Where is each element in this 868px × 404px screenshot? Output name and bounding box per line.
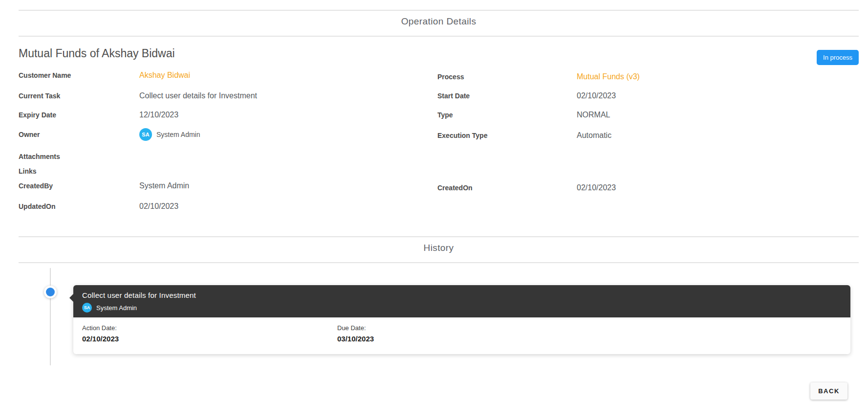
owner-avatar: SA xyxy=(139,128,152,141)
status-badge: In process xyxy=(817,50,859,65)
field-value: System Admin xyxy=(139,181,189,190)
history-user: SA System Admin xyxy=(82,303,842,313)
field-label: Customer Name xyxy=(19,71,139,79)
history-card-notch xyxy=(69,294,73,302)
field-label: Attachments xyxy=(19,153,139,160)
page-title: Operation Details xyxy=(19,16,859,27)
field-row-process: Process Mutual Funds (v3) xyxy=(437,72,640,81)
due-date-value: 03/10/2023 xyxy=(337,335,374,343)
history-card-header: Collect user details for Investment SA S… xyxy=(73,285,850,317)
field-row-start-date: Start Date 02/10/2023 xyxy=(437,91,616,100)
divider xyxy=(19,10,859,11)
timeline-dot-icon xyxy=(44,286,57,298)
field-row-created-on: CreatedOn 02/10/2023 xyxy=(437,183,616,192)
field-value: 02/10/2023 xyxy=(577,183,616,192)
field-row-current-task: Current Task Collect user details for In… xyxy=(19,91,257,100)
history-user-name: System Admin xyxy=(96,304,137,312)
field-label: CreatedOn xyxy=(437,184,577,192)
history-user-avatar: SA xyxy=(82,303,92,313)
field-label: Expiry Date xyxy=(19,111,139,119)
timeline-line xyxy=(50,268,51,365)
owner-name: System Admin xyxy=(156,131,200,138)
field-value: 02/10/2023 xyxy=(139,202,178,211)
field-row-expiry-date: Expiry Date 12/10/2023 xyxy=(19,111,178,119)
field-value: Automatic xyxy=(577,131,611,140)
field-label: Process xyxy=(437,73,577,81)
field-value: 02/10/2023 xyxy=(577,91,616,100)
field-row-updated-on: UpdatedOn 02/10/2023 xyxy=(19,202,178,211)
field-row-owner: Owner SA System Admin xyxy=(19,128,200,141)
field-label: Execution Type xyxy=(437,132,577,139)
history-task-title: Collect user details for Investment xyxy=(82,291,842,299)
divider xyxy=(19,36,859,37)
owner-value: SA System Admin xyxy=(139,128,200,141)
process-link[interactable]: Mutual Funds (v3) xyxy=(577,72,640,81)
field-value: 12/10/2023 xyxy=(139,111,178,119)
operation-details-page: Operation Details Mutual Funds of Akshay… xyxy=(0,0,868,404)
action-date-block: Action Date: 02/10/2023 xyxy=(82,324,337,343)
operation-name: Mutual Funds of Akshay Bidwai xyxy=(19,47,175,60)
history-card-body: Action Date: 02/10/2023 Due Date: 03/10/… xyxy=(73,317,850,350)
field-label: UpdatedOn xyxy=(19,202,139,210)
divider xyxy=(19,262,859,263)
history-title: History xyxy=(19,243,859,253)
field-row-created-by: CreatedBy System Admin xyxy=(19,181,189,190)
field-label: CreatedBy xyxy=(19,182,139,190)
field-label: Start Date xyxy=(437,92,577,100)
customer-name-link[interactable]: Akshay Bidwai xyxy=(139,71,190,80)
field-row-execution-type: Execution Type Automatic xyxy=(437,131,611,140)
field-row-attachments: Attachments xyxy=(19,153,139,160)
field-row-type: Type NORMAL xyxy=(437,111,610,119)
divider xyxy=(19,236,859,237)
field-label: Links xyxy=(19,167,139,175)
field-label: Current Task xyxy=(19,92,139,100)
field-label: Owner xyxy=(19,131,139,138)
field-row-customer-name: Customer Name Akshay Bidwai xyxy=(19,71,190,80)
action-date-value: 02/10/2023 xyxy=(82,335,337,343)
field-value: Collect user details for Investment xyxy=(139,91,257,100)
back-button[interactable]: BACK xyxy=(810,382,847,400)
history-card: Collect user details for Investment SA S… xyxy=(73,285,850,354)
due-date-block: Due Date: 03/10/2023 xyxy=(337,324,374,343)
due-date-label: Due Date: xyxy=(337,324,374,332)
field-label: Type xyxy=(437,111,577,119)
field-row-links: Links xyxy=(19,167,139,175)
action-date-label: Action Date: xyxy=(82,324,337,332)
field-value: NORMAL xyxy=(577,111,610,119)
